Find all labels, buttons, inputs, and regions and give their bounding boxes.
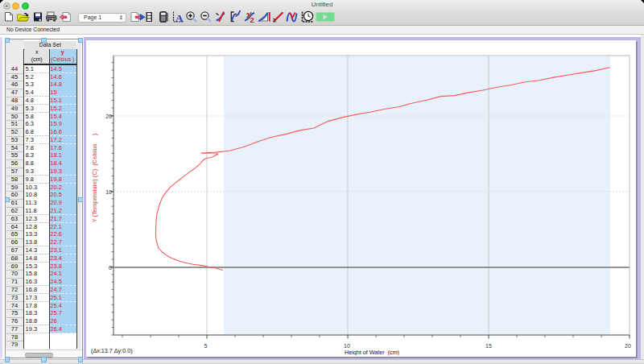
svg-text:5: 5 (204, 343, 208, 349)
svg-text:Height of Water (cm): Height of Water (cm) (345, 349, 399, 356)
svg-text:20: 20 (105, 114, 112, 119)
svg-text:A: A (175, 12, 184, 24)
svg-text:0: 0 (109, 265, 112, 271)
svg-text:10: 10 (344, 343, 350, 349)
svg-text:2: 2 (250, 15, 254, 24)
svg-text:20: 20 (625, 343, 631, 349)
svg-text:15: 15 (485, 343, 492, 349)
svg-text:10: 10 (105, 189, 112, 195)
svg-text:Y (Temperature) (C) (Celsius: Y (Temperature) (C) (Celsius ) (91, 133, 98, 222)
svg-text:(Δx:13.7 Δy:0.0): (Δx:13.7 Δy:0.0) (91, 347, 133, 354)
